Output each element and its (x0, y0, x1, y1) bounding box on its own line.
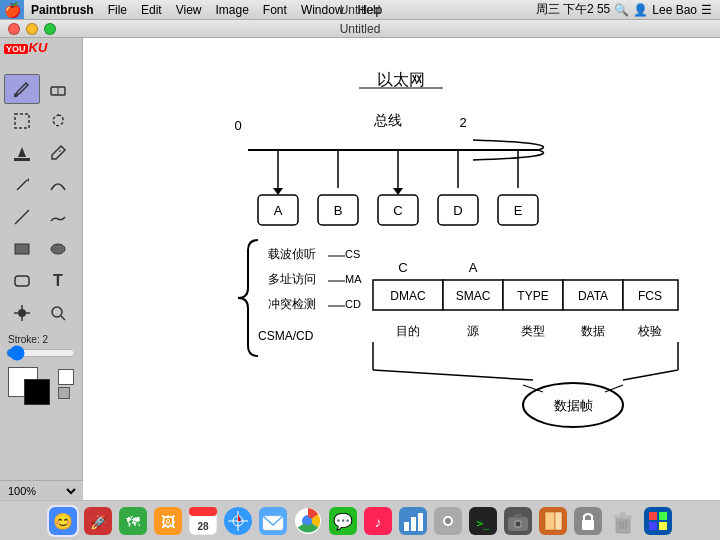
dock-charts[interactable] (397, 505, 429, 537)
col-data: DATA (578, 289, 608, 303)
svg-rect-93 (620, 512, 626, 516)
dock-finder[interactable]: 😊 (47, 505, 79, 537)
freehand-tool[interactable] (40, 202, 76, 232)
color-swap-icon[interactable] (58, 369, 74, 385)
menu-edit[interactable]: Edit (134, 0, 169, 19)
label-fcs: 校验 (637, 324, 662, 338)
text-tool[interactable]: T (40, 266, 76, 296)
csma-line-3: 冲突检测 (268, 297, 316, 311)
user-avatar: 👤 (633, 3, 648, 17)
eyedropper-tool[interactable] (40, 138, 76, 168)
svg-text:🚀: 🚀 (89, 514, 107, 531)
menu-font[interactable]: Font (256, 0, 294, 19)
dock-photos[interactable]: 🖼 (152, 505, 184, 537)
svg-rect-73 (404, 522, 409, 531)
dock-books[interactable] (537, 505, 569, 537)
svg-rect-56 (189, 507, 217, 516)
zoom-select[interactable]: 100% 50% 200% (4, 484, 79, 498)
table-header-c: C (398, 260, 407, 275)
svg-rect-74 (411, 517, 416, 531)
svg-text:🗺: 🗺 (126, 514, 140, 530)
minimize-button[interactable] (26, 23, 38, 35)
sidebar: YOUKU (0, 38, 83, 500)
rect-tool[interactable] (4, 234, 40, 264)
svg-rect-99 (659, 512, 667, 520)
svg-marker-21 (273, 188, 283, 195)
dock-wechat[interactable]: 💬 (327, 505, 359, 537)
svg-line-42 (373, 370, 533, 380)
node-e: E (514, 203, 523, 218)
canvas-area[interactable]: 以太网 总线 0 2 A (83, 38, 720, 500)
tool-row-1 (4, 74, 78, 104)
svg-point-0 (14, 93, 18, 97)
drawing-canvas: 以太网 总线 0 2 A (83, 38, 720, 500)
line-tool[interactable] (4, 202, 40, 232)
svg-text:😊: 😊 (53, 512, 73, 531)
svg-rect-8 (15, 244, 29, 254)
dock-launchpad[interactable]: 🚀 (82, 505, 114, 537)
eraser-tool[interactable] (40, 74, 76, 104)
tool-row-6 (4, 234, 78, 264)
dock-system[interactable] (432, 505, 464, 537)
csma-line-2: 多址访问 (268, 272, 316, 286)
fill-tool[interactable] (4, 138, 40, 168)
dock-terminal[interactable]: >_ (467, 505, 499, 537)
dock-calendar[interactable]: 28 (187, 505, 219, 537)
svg-text:28: 28 (197, 521, 209, 532)
svg-text:♪: ♪ (374, 514, 381, 530)
node-c: C (393, 203, 402, 218)
num-0: 0 (234, 118, 241, 133)
pencil-tool[interactable] (4, 170, 40, 200)
maximize-button[interactable] (44, 23, 56, 35)
num-2: 2 (459, 115, 466, 130)
svg-rect-10 (15, 276, 29, 286)
svg-point-78 (445, 518, 451, 524)
menu-view[interactable]: View (169, 0, 209, 19)
tool-row-5 (4, 202, 78, 232)
menu-image[interactable]: Image (209, 0, 256, 19)
menubar-right: 周三 下午2 55 🔍 👤 Lee Bao ☰ (536, 1, 720, 18)
color-container (8, 367, 46, 401)
magnifier-tool[interactable] (40, 298, 76, 328)
search-icon[interactable]: 🔍 (614, 3, 629, 17)
dock-chrome[interactable] (292, 505, 324, 537)
menu-file[interactable]: File (101, 0, 134, 19)
stroke-slider[interactable] (6, 347, 76, 359)
color-picker-tool[interactable] (4, 298, 40, 328)
node-a: A (274, 203, 283, 218)
foreground-color-swatch[interactable] (24, 379, 50, 405)
color-reset-icon[interactable] (58, 387, 70, 399)
menubar-time: 周三 下午2 55 (536, 1, 611, 18)
csma-label: CSMA/CD (258, 329, 314, 343)
menubar-user: Lee Bao (652, 3, 697, 17)
dock-camera[interactable] (502, 505, 534, 537)
taskbar: 😊 🚀 🗺 🖼 28 💬 ♪ >_ (0, 500, 720, 540)
apple-menu[interactable]: 🍎 (0, 0, 24, 19)
dock-windows[interactable] (642, 505, 674, 537)
freehand-select-tool[interactable] (40, 106, 76, 136)
svg-line-43 (623, 370, 678, 380)
select-rect-tool[interactable] (4, 106, 40, 136)
dock-trash[interactable] (607, 505, 639, 537)
svg-rect-3 (15, 114, 29, 128)
dock-safari[interactable] (222, 505, 254, 537)
text-icon: T (53, 272, 63, 290)
close-button[interactable] (8, 23, 20, 35)
svg-rect-97 (644, 507, 672, 535)
youku-logo: YOUKU (4, 40, 47, 55)
menubar-menu-icon[interactable]: ☰ (701, 3, 712, 17)
csma-abbr-3: CD (345, 298, 361, 310)
label-type: 类型 (521, 324, 545, 338)
oval-tool[interactable] (40, 234, 76, 264)
menu-paintbrush[interactable]: Paintbrush (24, 0, 101, 19)
dock-maps[interactable]: 🗺 (117, 505, 149, 537)
dock-music[interactable]: ♪ (362, 505, 394, 537)
paintbrush-tool[interactable] (4, 74, 40, 104)
rounded-rect-tool[interactable] (4, 266, 40, 296)
dock-mail[interactable] (257, 505, 289, 537)
svg-marker-26 (393, 188, 403, 195)
tool-row-4 (4, 170, 78, 200)
curve-tool[interactable] (40, 170, 76, 200)
svg-point-11 (18, 309, 26, 317)
dock-privacy[interactable] (572, 505, 604, 537)
